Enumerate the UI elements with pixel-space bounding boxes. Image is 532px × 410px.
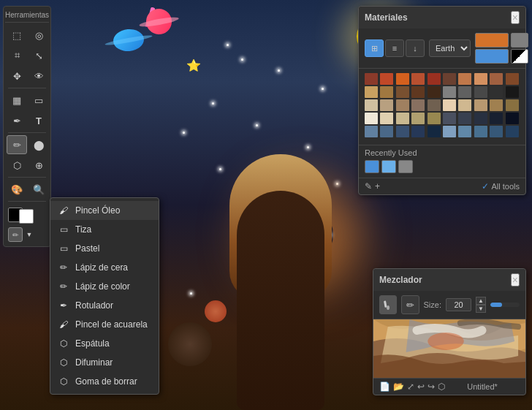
pen-tool-btn[interactable]: ✒ [7,111,27,130]
brush-dropdown-btn[interactable]: ▼ [24,227,34,242]
swatch-49[interactable] [506,126,519,137]
swatch-12[interactable] [396,86,409,98]
swatch-25[interactable] [443,99,456,111]
brush-watercolor-item[interactable]: 🖌 Pincel de acuarela [50,315,159,334]
swatch-5[interactable] [443,73,456,85]
background-color[interactable] [19,209,34,224]
grid-view-btn[interactable]: ⊞ [365,39,384,57]
brush-selector-btn[interactable]: ✏ [8,227,23,242]
recent-color-1[interactable] [365,160,379,173]
swatch-36[interactable] [458,113,471,124]
brush-chalk-item[interactable]: ▭ Tiza [50,220,159,239]
mixer-brush-btn[interactable] [379,295,397,314]
move-tool-btn[interactable]: ✥ [7,67,27,86]
swatch-17[interactable] [474,86,487,98]
swatch-29[interactable] [506,99,519,111]
swatch-39[interactable] [506,113,519,124]
size-input[interactable] [446,298,471,311]
list-view-btn[interactable]: ≡ [385,39,404,57]
swatch-4[interactable] [428,73,441,85]
swatch-38[interactable] [490,113,503,124]
swatch-19[interactable] [506,86,519,98]
bw-color-swatch[interactable] [511,49,528,64]
brush-pencil-item[interactable]: ✏ Lápiz de color [50,277,159,296]
brush-tool-btn[interactable]: ✏ [7,135,27,154]
swatch-42[interactable] [396,126,409,137]
brush-oil-item[interactable]: 🖌 Pincel Óleo [50,201,159,220]
swatch-18[interactable] [490,86,503,98]
swatch-7[interactable] [474,73,487,85]
swatch-22[interactable] [396,99,409,111]
paint-tool-btn[interactable]: ⬤ [28,135,49,154]
clone-tool-btn[interactable]: ⊕ [28,156,49,175]
swatch-8[interactable] [490,73,503,85]
swatch-10[interactable] [365,86,378,98]
swatch-24[interactable] [428,99,441,111]
mixer-redo-icon[interactable]: ↪ [428,381,435,392]
mixer-move-icon[interactable]: ⤢ [407,381,414,392]
swatch-44[interactable] [428,126,441,137]
all-tools-toggle[interactable]: ✓ All tools [482,181,520,191]
primary-color-swatch[interactable] [475,33,509,48]
swatch-14[interactable] [428,86,441,98]
swatch-27[interactable] [474,99,487,111]
materials-close-btn[interactable]: × [511,11,520,24]
swatch-33[interactable] [411,113,425,124]
recent-color-3[interactable] [398,160,413,173]
swatch-11[interactable] [380,86,393,98]
swatch-43[interactable] [411,126,425,137]
brush-marker-item[interactable]: ✒ Rotulador [50,296,159,315]
text-tool-btn[interactable]: T [28,111,49,130]
swatch-47[interactable] [474,126,487,137]
shape-tool-btn[interactable]: ▭ [28,91,49,110]
swatch-28[interactable] [490,99,503,111]
swatch-26[interactable] [458,99,471,111]
swatch-3[interactable] [411,73,425,85]
size-down-btn[interactable]: ▼ [476,305,486,313]
size-up-btn[interactable]: ▲ [476,297,486,305]
mixer-settings-icon[interactable]: ⬡ [438,381,445,392]
mixer-undo-icon[interactable]: ↩ [417,381,425,392]
recent-color-2[interactable] [381,160,396,173]
brush-smudge-item[interactable]: ⬡ Difuminar [50,353,159,372]
swatch-46[interactable] [458,126,471,137]
zoom-tool-btn[interactable]: 🔍 [28,180,49,199]
swatch-16[interactable] [458,86,471,98]
brush-eraser-item[interactable]: ⬡ Goma de borrar [50,372,159,391]
brush-spatula-item[interactable]: ⬡ Espátula [50,334,159,353]
swatch-6[interactable] [458,73,471,85]
edit-icon[interactable]: ✎ [365,181,372,191]
brush-pastel-item[interactable]: ▭ Pastel [50,239,159,258]
lasso-tool-btn[interactable]: ◎ [28,26,49,45]
mixer-canvas[interactable] [373,319,525,378]
mixer-close-btn[interactable]: × [511,273,520,286]
brush-crayon-item[interactable]: ✏ Lápiz de cera [50,258,159,277]
swatch-32[interactable] [396,113,409,124]
swatch-15[interactable] [443,86,456,98]
eraser-tool-btn[interactable]: ⬡ [7,156,27,175]
swatch-23[interactable] [411,99,425,111]
color-picker-btn[interactable]: 🎨 [7,180,27,199]
swatch-21[interactable] [380,99,393,111]
swatch-45[interactable] [443,126,456,137]
secondary-color-swatch[interactable] [511,33,528,48]
swatch-20[interactable] [365,99,378,111]
gradient-tool-btn[interactable]: ▦ [7,91,27,110]
swatch-34[interactable] [428,113,441,124]
swatch-41[interactable] [380,126,393,137]
swatch-48[interactable] [490,126,503,137]
transform-tool-btn[interactable]: ⤡ [28,46,49,65]
swatch-40[interactable] [365,126,378,137]
swatch-13[interactable] [411,86,425,98]
crop-tool-btn[interactable]: ⌗ [7,46,27,65]
marquee-tool-btn[interactable]: ⬚ [7,26,27,45]
add-icon[interactable]: + [375,181,380,191]
swatch-30[interactable] [365,113,378,124]
swatch-0[interactable] [365,73,378,85]
swatch-31[interactable] [380,113,393,124]
swatch-1[interactable] [380,73,393,85]
mixer-pencil-btn[interactable]: ✏ [401,295,419,314]
category-select[interactable]: Earth [429,39,471,57]
sort-btn[interactable]: ↓ [406,39,425,57]
swatch-35[interactable] [443,113,456,124]
